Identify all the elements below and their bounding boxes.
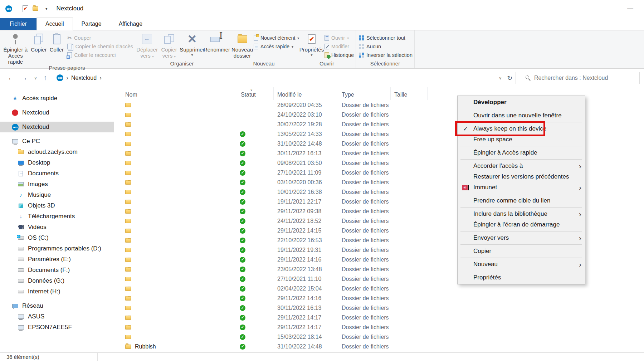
menu-item-nouveau[interactable]: Nouveau› bbox=[458, 259, 585, 270]
tab-affichage[interactable]: Affichage bbox=[110, 18, 151, 30]
sidebar-item-acloud-zaclys-com[interactable]: acloud.zaclys.com bbox=[0, 147, 114, 157]
table-row[interactable]: ✓29/11/2022 14:17Dossier de fichiers bbox=[114, 322, 644, 332]
sidebar-item-asus[interactable]: ASUS bbox=[0, 311, 114, 322]
sidebar-item-objets-3d[interactable]: Objets 3D bbox=[0, 200, 114, 211]
column-header-statut[interactable]: ∨Statut bbox=[237, 87, 274, 100]
up-icon[interactable]: ↑ bbox=[44, 74, 47, 82]
refresh-icon[interactable]: ↻ bbox=[507, 74, 512, 82]
sidebar-item-label: Objets 3D bbox=[28, 202, 55, 209]
menu-item-gutter bbox=[458, 185, 473, 190]
copy-button[interactable]: Copier bbox=[30, 31, 48, 65]
sidebar-item-documents[interactable]: Documents bbox=[0, 168, 114, 179]
history-chevron-down-icon[interactable]: ∨ bbox=[34, 75, 37, 81]
sidebar-item-nextcloud[interactable]: Nextcloud bbox=[0, 122, 114, 132]
new-folder-button[interactable]: Nouveau dossier bbox=[231, 31, 253, 60]
move-to-button[interactable]: Déplacer vers ▾ bbox=[136, 31, 158, 60]
menu-item-accorder-l-acc-s-[interactable]: Accorder l'accès à› bbox=[458, 161, 585, 171]
menu-item-restaurer-les-versions-pr-c-dentes[interactable]: Restaurer les versions précédentes bbox=[458, 171, 585, 182]
status-cell: ✓ bbox=[237, 199, 274, 205]
copy-path-icon bbox=[67, 44, 72, 49]
cut-button[interactable]: ✂ Couper bbox=[67, 34, 133, 42]
copy-to-button[interactable]: Copier vers ▾ bbox=[158, 31, 179, 60]
column-header-taille[interactable]: Taille bbox=[391, 87, 428, 100]
delete-button[interactable]: ✕ Supprimer ▾ bbox=[180, 31, 205, 60]
sidebar-item-label: Paramètres (E:) bbox=[28, 256, 71, 263]
table-row[interactable]: ✓29/11/2022 14:17Dossier de fichiers bbox=[114, 313, 644, 322]
properties-qat-button[interactable]: ✔ bbox=[23, 5, 28, 12]
paste-shortcut-button[interactable]: Coller le raccourci bbox=[67, 51, 133, 59]
column-header-nom[interactable]: Nom bbox=[114, 87, 237, 100]
menu-item--pingler-acc-s-rapide[interactable]: Épingler à Accès rapide bbox=[458, 147, 585, 158]
menu-item-propri-t-s[interactable]: Propriétés bbox=[458, 272, 585, 283]
menu-item-inclure-dans-la-biblioth-que[interactable]: Inclure dans la bibliothèque› bbox=[458, 209, 585, 219]
menu-item-d-velopper[interactable]: Développer bbox=[458, 97, 585, 108]
breadcrumb[interactable]: › Nextcloud › ∨ ↻ bbox=[53, 72, 516, 84]
sidebar-item-acc-s-rapide[interactable]: Accès rapide bbox=[0, 93, 114, 104]
sidebar-item-documents-f-[interactable]: Documents (F:) bbox=[0, 265, 114, 275]
menu-separator bbox=[460, 146, 582, 146]
sidebar-item-param-tres-e-[interactable]: Paramètres (E:) bbox=[0, 254, 114, 265]
table-row[interactable]: Rubbish✓31/10/2022 14:48Dossier de fichi… bbox=[114, 342, 644, 351]
sidebar-item-nextcloud[interactable]: Nextcloud bbox=[0, 107, 114, 118]
copy-path-button[interactable]: Copier le chemin d'accès bbox=[67, 42, 133, 51]
table-row[interactable]: ✓30/11/2022 16:13Dossier de fichiers bbox=[114, 303, 644, 313]
select-all-button[interactable]: Sélectionner tout bbox=[359, 34, 413, 42]
sidebar-item-desktop[interactable]: Desktop bbox=[0, 157, 114, 168]
menu-item-prendre-comme-cible-du-lien[interactable]: Prendre comme cible du lien bbox=[458, 195, 585, 206]
drive-icon bbox=[18, 247, 24, 250]
rename-button[interactable]: Renommer bbox=[205, 31, 229, 60]
sidebar-item-t-l-chargements[interactable]: Téléchargements bbox=[0, 211, 114, 222]
forward-icon[interactable]: → bbox=[21, 74, 28, 82]
name-cell bbox=[114, 200, 237, 204]
search-input[interactable]: Rechercher dans : Nextcloud bbox=[521, 72, 640, 84]
type-cell: Dossier de fichiers bbox=[338, 189, 391, 195]
minimize-button[interactable]: — bbox=[627, 4, 633, 11]
paste-button[interactable]: Coller bbox=[48, 31, 65, 65]
menu-item-ouvrir-dans-une-nouvelle-fen-tre[interactable]: Ouvrir dans une nouvelle fenêtre bbox=[458, 110, 585, 121]
sidebar-item-r-seau[interactable]: Réseau bbox=[0, 301, 114, 311]
column-header-modifi-le[interactable]: Modifié le bbox=[274, 87, 338, 100]
new-item-button[interactable]: Nouvel élément ▾ bbox=[254, 34, 299, 42]
menu-separator bbox=[460, 231, 582, 231]
menu-item-copier[interactable]: Copier bbox=[458, 246, 585, 257]
properties-button[interactable]: ✔ Propriétés ▾ bbox=[299, 31, 324, 60]
tab-accueil[interactable]: Accueil bbox=[36, 18, 73, 30]
folder-icon bbox=[125, 267, 131, 272]
edit-button[interactable]: Modifier bbox=[325, 42, 354, 51]
sidebar-item-vid-os[interactable]: Vidéos bbox=[0, 222, 114, 233]
menu-item-envoyer-vers[interactable]: Envoyer vers› bbox=[458, 233, 585, 243]
open-button[interactable]: Ouvrir ▾ bbox=[325, 34, 354, 42]
sidebar-item-epson7aee5f[interactable]: EPSON7AEE5F bbox=[0, 322, 114, 333]
back-icon[interactable]: ← bbox=[8, 74, 14, 82]
pin-to-quick-access-button[interactable]: Épingler à Accès rapide bbox=[1, 31, 30, 65]
type-cell: Dossier de fichiers bbox=[338, 324, 391, 331]
sidebar-item-musique[interactable]: Musique bbox=[0, 190, 114, 200]
column-header-type[interactable]: Type bbox=[338, 87, 391, 100]
tab-fichier[interactable]: Fichier bbox=[0, 18, 36, 30]
invert-selection-button[interactable]: Inverser la sélection bbox=[359, 51, 413, 59]
history-button[interactable]: Historique bbox=[325, 51, 354, 59]
tab-partage[interactable]: Partage bbox=[73, 18, 110, 30]
drive-icon bbox=[18, 279, 24, 283]
table-row[interactable]: ✓29/11/2022 14:16Dossier de fichiers bbox=[114, 293, 644, 303]
sidebar-item-images[interactable]: Images bbox=[0, 179, 114, 190]
table-row[interactable]: ✓15/03/2022 18:14Dossier de fichiers bbox=[114, 332, 644, 342]
breadcrumb-chevron-icon[interactable]: › bbox=[99, 74, 102, 82]
quick-access-button[interactable]: Accès rapide ▾ bbox=[254, 42, 299, 51]
address-dropdown-icon[interactable]: ∨ bbox=[499, 75, 502, 81]
status-cell: ✓ bbox=[237, 218, 274, 224]
new-folder-qat-button[interactable] bbox=[33, 6, 38, 11]
sidebar-item-os-c-[interactable]: OS (C:) bbox=[0, 233, 114, 243]
menu-item-immunet[interactable]: Immunet› bbox=[458, 182, 585, 193]
sidebar-item-programmes-portables-d-[interactable]: Programmes portables (D:) bbox=[0, 243, 114, 254]
type-cell: Dossier de fichiers bbox=[338, 218, 391, 224]
sidebar-item-donn-es-g-[interactable]: Données (G:) bbox=[0, 275, 114, 286]
sidebar-item-ce-pc[interactable]: Ce PC bbox=[0, 136, 114, 147]
breadcrumb-item-nextcloud[interactable]: Nextcloud bbox=[71, 75, 97, 81]
table-row[interactable]: ✓02/04/2022 15:04Dossier de fichiers bbox=[114, 284, 644, 293]
sidebar-item-internet-h-[interactable]: Internet (H:) bbox=[0, 286, 114, 297]
qat-chevron-down-icon[interactable]: ▾ bbox=[45, 6, 48, 11]
sync-ok-icon: ✓ bbox=[240, 325, 245, 330]
menu-item--pingler-l-cran-de-d-marrage[interactable]: Épingler à l'écran de démarrage bbox=[458, 219, 585, 230]
select-none-button[interactable]: Aucun bbox=[359, 42, 413, 51]
